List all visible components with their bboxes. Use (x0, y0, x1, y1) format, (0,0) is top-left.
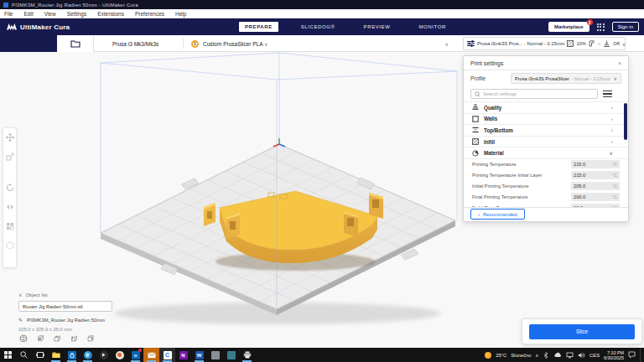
apps-grid-icon[interactable] (597, 23, 605, 31)
category-top-bottom[interactable]: Top/Bottom‹ (464, 124, 628, 136)
print-settings-summary[interactable]: Prusa i3mk3S Prus... - Normal - 0.15mm 1… (463, 37, 626, 50)
mail-app-icon[interactable] (143, 348, 159, 362)
setting-row[interactable]: Final Printing Temperature 200.0°C (464, 192, 628, 203)
task-view-icon[interactable] (32, 348, 48, 362)
menu-preferences[interactable]: Preferences (135, 11, 164, 17)
menu-settings[interactable]: Settings (67, 11, 87, 17)
category-infill[interactable]: Infill‹ (464, 136, 628, 147)
support-blocker-tool[interactable] (5, 240, 14, 250)
material-settings: Printing Temperature 215.0°C Printing Te… (464, 158, 628, 208)
taskbar-search-icon[interactable] (16, 348, 32, 362)
summary-profile: Prusa i3mk3S Prus... - Normal - 0.15mm (477, 41, 564, 46)
printer-selector[interactable]: Prusa i3 Mk3/Mk3s ∨ (94, 35, 183, 52)
3d-viewport[interactable]: ∨ Object list Router Jig Radien 50mm.stl… (0, 52, 644, 348)
windows-taskbar: e o C N W (0, 348, 644, 362)
material-name: Custom PrusaSlicer PLA (203, 41, 263, 47)
file-explorer-icon[interactable] (48, 348, 64, 362)
category-material[interactable]: Material∨ (464, 147, 628, 158)
view-front-icon[interactable] (35, 334, 44, 343)
sliders-icon (467, 40, 475, 47)
menu-view[interactable]: View (44, 11, 56, 17)
object-list-header[interactable]: ∨ Object list (18, 292, 136, 297)
marketplace-button[interactable]: Marketplace 2 (548, 22, 589, 32)
material-selector[interactable]: 1 Custom PrusaSlicer PLA ∨ (184, 35, 457, 52)
camera-view-presets (18, 334, 95, 343)
ultimaker-logo-icon (7, 23, 17, 31)
app-gray-icon[interactable] (207, 348, 223, 362)
menu-bar: File Edit View Settings Extensions Prefe… (0, 9, 644, 18)
edge-icon[interactable]: e (80, 348, 96, 362)
volume-icon[interactable] (578, 352, 585, 359)
printer-icon[interactable] (239, 348, 255, 362)
close-icon[interactable]: × (618, 60, 621, 66)
move-tool[interactable] (5, 132, 14, 142)
media-player-icon[interactable] (96, 348, 112, 362)
category-quality[interactable]: Quality‹ (464, 101, 628, 113)
onedrive-icon[interactable] (553, 352, 562, 358)
value-input[interactable]: 200.0°C (571, 193, 620, 201)
project-name-row[interactable]: ✎ PI3MK3M_Router Jig Radien 50mm (18, 317, 136, 323)
recommended-button[interactable]: ‹ Recommended (470, 209, 525, 220)
stage-toolbar: Prusa i3 Mk3/Mk3s ∨ 1 Custom PrusaSlicer… (0, 35, 644, 52)
open-file-button[interactable] (57, 35, 94, 52)
value-input[interactable]: 205.0°C (571, 182, 620, 190)
app-icon (3, 3, 8, 8)
network-icon[interactable] (566, 352, 574, 359)
marketplace-badge: 2 (587, 19, 593, 25)
rotate-tool[interactable] (5, 183, 14, 192)
tab-slicedog[interactable]: SLICEDOG® (295, 22, 341, 32)
menu-help[interactable]: Help (175, 11, 186, 17)
stage-tabs: PREPARE SLICEDOG® PREVIEW MONITOR (239, 18, 452, 35)
start-button[interactable] (0, 348, 16, 362)
object-list-item[interactable]: Router Jig Radien 50mm.stl (18, 301, 112, 312)
search-icon (475, 91, 480, 97)
view-3d-icon[interactable] (18, 334, 28, 343)
brand: UltiMaker Cura (0, 23, 70, 31)
word-icon[interactable]: W (191, 348, 207, 362)
summary-support: – (598, 41, 600, 46)
bluetooth-icon[interactable] (543, 352, 549, 359)
view-right-icon[interactable] (86, 334, 95, 343)
cura-icon[interactable]: C (159, 348, 175, 362)
setting-row[interactable]: Initial Printing Temperature 205.0°C (464, 181, 628, 192)
sign-in-button[interactable]: Sign in (612, 22, 639, 32)
slice-button[interactable]: Slice (529, 324, 635, 339)
setting-row[interactable]: Printing Temperature 215.0°C (464, 159, 628, 170)
menu-extensions[interactable]: Extensions (97, 11, 124, 17)
per-model-settings-tool[interactable] (5, 221, 14, 230)
profile-dropdown[interactable]: Prusa i3mk3S PrusaSlicer - Normal - 0.15… (511, 73, 621, 84)
tab-preview[interactable]: PREVIEW (358, 22, 397, 32)
settings-menu-icon[interactable] (603, 90, 612, 98)
search-input[interactable]: Search settings (470, 89, 598, 99)
tab-monitor[interactable]: MONITOR (413, 22, 451, 32)
tray-expand-icon[interactable]: ∧ (535, 353, 538, 358)
menu-edit[interactable]: Edit (23, 11, 33, 17)
value-input[interactable]: 215.0°C (571, 171, 620, 179)
weather-icon[interactable] (485, 352, 491, 359)
view-left-icon[interactable] (69, 334, 78, 343)
onenote-icon[interactable]: N (175, 348, 191, 362)
tab-prepare[interactable]: PREPARE (239, 22, 278, 32)
view-top-icon[interactable] (52, 334, 61, 343)
tray-temperature[interactable]: 25°C (496, 353, 506, 358)
scale-tool[interactable] (5, 152, 14, 161)
tray-clock[interactable]: 7:10 PM 6/30/2025 (604, 350, 624, 360)
category-walls[interactable]: Walls‹ (464, 113, 628, 125)
value-input[interactable]: 215.0°C (571, 160, 620, 168)
tray-weather[interactable]: Slunečno (511, 353, 531, 358)
action-center-icon[interactable] (628, 351, 636, 359)
walls-icon (472, 116, 479, 122)
mirror-tool[interactable] (5, 202, 14, 211)
chevron-down-icon: ∨ (622, 41, 626, 47)
browser-icon[interactable] (112, 348, 127, 362)
show-desktop-button[interactable] (640, 348, 641, 362)
outlook-icon[interactable]: o (127, 348, 143, 362)
panel-scrollbar[interactable] (624, 103, 627, 140)
model-dimensions: 105.0 x 105.0 x 25.0 mm (18, 327, 136, 332)
store-icon[interactable] (64, 348, 80, 362)
tray-language[interactable]: CES (589, 353, 600, 358)
app-teal-icon[interactable] (223, 348, 239, 362)
setting-row[interactable]: Printing Temperature Initial Layer 215.0… (464, 170, 628, 181)
menu-file[interactable]: File (4, 11, 13, 17)
object-list-panel: ∨ Object list Router Jig Radien 50mm.stl… (18, 292, 136, 332)
